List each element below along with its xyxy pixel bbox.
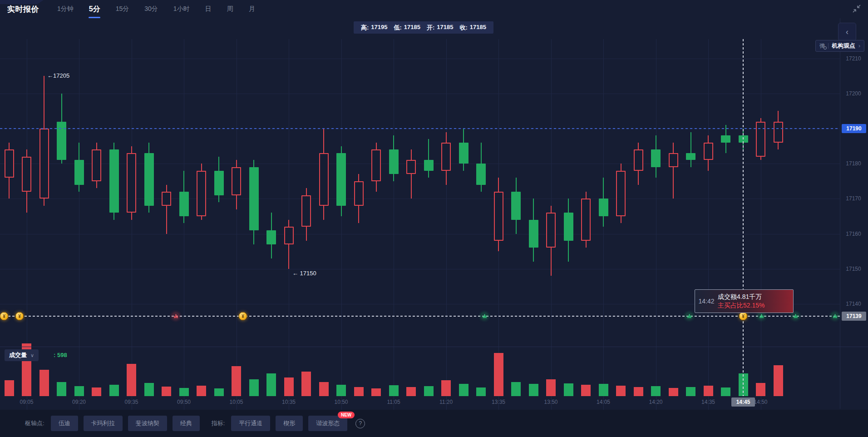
volume-bar[interactable] [704, 386, 713, 396]
candle[interactable] [249, 167, 259, 230]
volume-bar[interactable] [546, 379, 556, 396]
volume-bar[interactable] [424, 386, 434, 396]
candle[interactable] [424, 160, 434, 170]
tab-interval-月[interactable]: 月 [248, 2, 256, 16]
indicator-button[interactable]: 平行通道 [231, 416, 270, 431]
volume-bar[interactable] [616, 386, 626, 396]
candle[interactable] [441, 143, 451, 171]
volume-bar[interactable] [57, 382, 66, 396]
candle[interactable] [704, 143, 713, 160]
candle[interactable] [616, 171, 626, 216]
pivot-button[interactable]: 经典 [173, 416, 200, 431]
candle[interactable] [57, 122, 66, 160]
volume-bar[interactable] [529, 384, 538, 396]
volume-bar[interactable] [476, 387, 486, 396]
green-volume-marker-icon[interactable] [686, 313, 693, 320]
volume-bar[interactable] [127, 364, 136, 396]
volume-bar[interactable] [144, 383, 154, 396]
candle[interactable] [406, 160, 416, 174]
indicator-button[interactable]: 楔形 [276, 416, 303, 431]
volume-bar[interactable] [197, 386, 206, 396]
volume-bar[interactable] [336, 385, 346, 396]
candle[interactable] [162, 192, 171, 206]
green-volume-marker-icon[interactable] [831, 313, 839, 320]
candle[interactable] [39, 129, 49, 199]
volume-bar[interactable] [459, 384, 469, 396]
volume-indicator-selector[interactable]: 成交量 ∨ [5, 349, 39, 361]
volume-bar[interactable] [214, 388, 224, 396]
volume-bar[interactable] [774, 365, 783, 396]
volume-bar[interactable] [284, 377, 294, 396]
candle[interactable] [92, 149, 101, 181]
candle[interactable] [232, 167, 241, 195]
volume-bar[interactable] [5, 380, 14, 396]
volume-bar[interactable] [319, 382, 329, 396]
candlestick-chart[interactable]: 1721017200171801717017160171501714017190… [0, 18, 868, 437]
green-volume-marker-icon[interactable] [758, 313, 765, 320]
pivot-button[interactable]: 斐波纳契 [128, 416, 167, 431]
volume-bar[interactable] [669, 388, 678, 396]
candle[interactable] [5, 149, 14, 178]
green-volume-marker-icon[interactable] [792, 313, 799, 320]
volume-bar[interactable] [354, 387, 364, 396]
candle[interactable] [336, 153, 346, 206]
candle[interactable] [266, 230, 276, 244]
volume-bar[interactable] [721, 387, 730, 396]
volume-bar[interactable] [389, 385, 399, 396]
volume-bar[interactable] [581, 385, 591, 396]
volume-bar[interactable] [74, 386, 84, 396]
tab-interval-周[interactable]: 周 [226, 2, 234, 16]
candle[interactable] [494, 192, 503, 241]
gold-coin-marker-icon[interactable]: ¥ [239, 312, 247, 321]
pivot-button[interactable]: 卡玛利拉 [84, 416, 123, 431]
volume-bar[interactable] [39, 370, 49, 396]
tab-interval-日[interactable]: 日 [204, 2, 212, 16]
volume-bar[interactable] [162, 387, 171, 396]
volume-bar[interactable] [686, 387, 695, 396]
candle[interactable] [546, 213, 556, 248]
help-icon[interactable]: ? [355, 419, 365, 428]
candle[interactable] [756, 122, 765, 157]
volume-bar[interactable] [301, 372, 311, 396]
candle[interactable] [774, 122, 783, 143]
candle[interactable] [599, 199, 608, 216]
volume-bar[interactable] [511, 382, 521, 396]
candle[interactable] [214, 171, 224, 195]
candle[interactable] [22, 157, 31, 192]
institution-view-button[interactable]: 弹 机构观点 › [815, 40, 864, 52]
volume-bar[interactable] [406, 387, 416, 396]
tab-interval-15分[interactable]: 15分 [115, 2, 130, 16]
candle[interactable] [179, 192, 189, 216]
candle[interactable] [686, 153, 695, 160]
candle[interactable] [301, 195, 311, 227]
candle[interactable] [109, 149, 119, 213]
candle[interactable] [721, 135, 730, 142]
candle[interactable] [476, 164, 486, 184]
candle[interactable] [564, 213, 573, 241]
tab-interval-30分[interactable]: 30分 [143, 2, 159, 16]
volume-bar[interactable] [249, 379, 259, 396]
red-volume-marker-icon[interactable] [172, 313, 180, 320]
candle[interactable] [319, 153, 329, 206]
volume-bar[interactable] [564, 383, 573, 396]
candle[interactable] [144, 153, 154, 206]
green-volume-marker-icon[interactable] [481, 313, 488, 320]
volume-bar[interactable] [109, 385, 119, 396]
sidebar-collapse-button[interactable]: ‹ [838, 23, 856, 41]
candle[interactable] [74, 160, 84, 184]
gold-coin-marker-icon[interactable]: ¥ [15, 312, 24, 321]
volume-bar[interactable] [232, 366, 241, 396]
gold-coin-marker-icon[interactable]: ¥ [739, 312, 748, 321]
volume-bar[interactable] [634, 387, 643, 396]
candle[interactable] [284, 227, 294, 244]
indicator-button[interactable]: 谐波形态NEW [308, 416, 347, 431]
candle[interactable] [197, 171, 206, 216]
candle[interactable] [581, 199, 591, 241]
tab-interval-5分[interactable]: 5分 [88, 2, 101, 17]
volume-bar[interactable] [371, 388, 381, 396]
volume-bar[interactable] [92, 387, 101, 396]
volume-bar[interactable] [494, 353, 503, 396]
volume-bar[interactable] [266, 373, 276, 396]
candle[interactable] [669, 153, 678, 167]
tab-interval-1分钟[interactable]: 1分钟 [56, 2, 74, 16]
